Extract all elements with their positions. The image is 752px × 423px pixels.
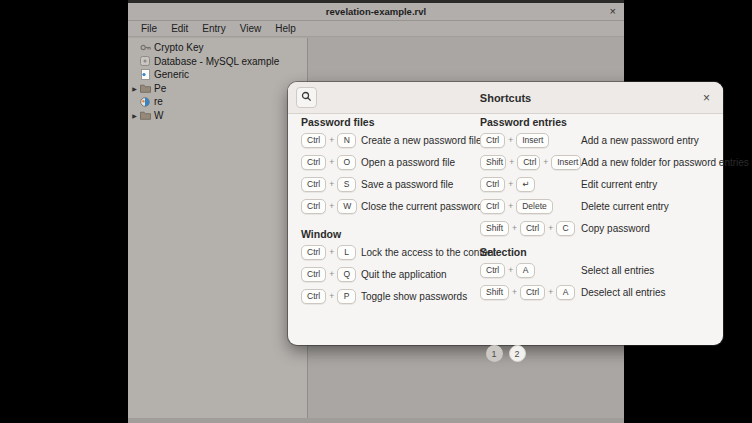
section-rows: Ctrl + N Create a new password file Ctrl… (301, 129, 477, 217)
key-combo: Ctrl + S (301, 177, 361, 192)
plus-separator: + (329, 269, 334, 279)
shortcut-row: Ctrl + ↵ Edit current entry (480, 173, 720, 195)
shortcuts-dialog: Shortcuts × Password files Ctrl + N (288, 82, 723, 345)
shortcut-description: Add a new folder for password entries (581, 157, 749, 168)
menu-view[interactable]: View (233, 23, 269, 35)
tree-item-label: Crypto Key (154, 42, 203, 53)
shortcut-row: Ctrl + A Select all entries (480, 259, 720, 281)
shortcut-row: Ctrl + S Save a password file (301, 173, 477, 195)
key-combo: Ctrl + W (301, 199, 361, 214)
dialog-header: Shortcuts × (288, 82, 723, 114)
key-combo: Ctrl + O (301, 155, 361, 170)
plus-separator: + (508, 135, 513, 145)
plus-separator: + (543, 157, 548, 167)
tree-item-database[interactable]: Database - MySQL example (128, 55, 307, 69)
window-bottom-edge (128, 418, 624, 423)
tree-item-folder-1[interactable]: ▶ Pe (128, 82, 307, 96)
menu-entry[interactable]: Entry (195, 23, 232, 35)
shortcut-description: Toggle show passwords (361, 291, 467, 302)
key-combo: Shift + Ctrl + A (480, 285, 581, 300)
key-cap: W (337, 199, 357, 214)
search-button[interactable] (296, 87, 317, 108)
plus-separator: + (329, 179, 334, 189)
key-cap: P (337, 289, 356, 304)
plus-separator: + (508, 265, 513, 275)
shortcut-description: Edit current entry (581, 179, 657, 190)
key-cap: Delete (516, 199, 553, 214)
plus-separator: + (509, 157, 514, 167)
key-combo: Ctrl + P (301, 289, 361, 304)
key-cap: Ctrl (517, 155, 540, 170)
shortcut-description: Create a new password file (361, 135, 482, 146)
entry-tree-panel: Crypto Key Database - MySQL example Gene… (128, 38, 308, 418)
window-close-button[interactable]: × (610, 4, 616, 19)
key-cap: A (556, 285, 575, 300)
key-cap: O (337, 155, 356, 170)
key-icon (139, 42, 151, 53)
window-title: revelation-example.rvl (326, 6, 426, 17)
key-cap: Ctrl (480, 177, 505, 192)
page-indicator: 1 2 (288, 345, 723, 362)
globe-icon (139, 96, 151, 107)
key-combo: Ctrl + Delete (480, 199, 581, 214)
key-cap: Ctrl (480, 263, 505, 278)
dialog-body: Password files Ctrl + N Create a new pas… (288, 114, 723, 345)
shortcut-description: Delete current entry (581, 201, 669, 212)
tree-item-generic[interactable]: Generic (128, 68, 307, 82)
dialog-close-button[interactable]: × (703, 92, 710, 104)
plus-separator: + (329, 291, 334, 301)
page-1-button[interactable]: 1 (486, 345, 503, 362)
menu-edit[interactable]: Edit (164, 23, 195, 35)
menu-help[interactable]: Help (268, 23, 303, 35)
shortcut-description: Close the current password file (361, 201, 498, 212)
database-icon (139, 56, 151, 67)
expander-icon[interactable]: ▶ (130, 112, 139, 119)
key-combo: Ctrl + A (480, 263, 581, 278)
titlebar[interactable]: revelation-example.rvl × (128, 3, 624, 21)
section-rows: Ctrl + Insert Add a new password entry S… (480, 129, 720, 239)
shortcut-description: Deselect all entries (581, 287, 665, 298)
shortcut-row: Ctrl + Delete Delete current entry (480, 195, 720, 217)
plus-separator: + (548, 223, 553, 233)
shortcut-row: Ctrl + N Create a new password file (301, 129, 477, 151)
key-combo: Shift + Ctrl + Insert (480, 155, 581, 170)
section-rows: Ctrl + A Select all entries Shift + Ctrl (480, 259, 720, 303)
tree-item-label: Pe (154, 83, 166, 94)
section-rows: Ctrl + L Lock the access to the content … (301, 241, 477, 307)
tree-item-crypto-key[interactable]: Crypto Key (128, 41, 307, 55)
shortcut-row: Ctrl + O Open a password file (301, 151, 477, 173)
key-combo: Ctrl + Insert (480, 133, 581, 148)
shortcut-description: Select all entries (581, 265, 654, 276)
section-title-password-entries: Password entries (480, 117, 720, 127)
key-cap: Insert (551, 155, 581, 170)
key-cap: Insert (516, 133, 549, 148)
plus-separator: + (508, 201, 513, 211)
tree-item-website[interactable]: re (128, 95, 307, 109)
key-cap: Ctrl (301, 289, 326, 304)
section-title-window: Window (301, 229, 477, 239)
shortcut-row: Ctrl + W Close the current password file (301, 195, 477, 217)
key-cap: Shift (480, 285, 509, 300)
shortcut-row: Ctrl + L Lock the access to the content (301, 241, 477, 263)
key-cap: Shift (480, 155, 506, 170)
folder-icon (139, 110, 151, 121)
tree-item-label: re (154, 96, 163, 107)
page-2-button[interactable]: 2 (509, 345, 526, 362)
expander-icon[interactable]: ▶ (130, 85, 139, 92)
shortcut-row: Ctrl + P Toggle show passwords (301, 285, 477, 307)
shortcut-description: Save a password file (361, 179, 453, 190)
shortcuts-column-right: Password entries Ctrl + Insert Add a new… (480, 114, 720, 303)
key-cap: C (556, 221, 575, 236)
shortcut-row: Shift + Ctrl + Insert Add a new folder f… (480, 151, 720, 173)
plus-separator: + (508, 179, 513, 189)
tree-item-folder-2[interactable]: ▶ W (128, 109, 307, 123)
key-combo: Ctrl + ↵ (480, 177, 581, 192)
app-window: revelation-example.rvl × File Edit Entry… (128, 0, 624, 423)
menu-file[interactable]: File (134, 23, 164, 35)
dialog-title: Shortcuts (480, 92, 531, 104)
key-cap: Ctrl (301, 133, 326, 148)
shortcut-description: Quit the application (361, 269, 447, 280)
shortcut-row: Shift + Ctrl + C Copy password (480, 217, 720, 239)
plus-separator: + (329, 157, 334, 167)
tree-item-label: Database - MySQL example (154, 56, 279, 67)
